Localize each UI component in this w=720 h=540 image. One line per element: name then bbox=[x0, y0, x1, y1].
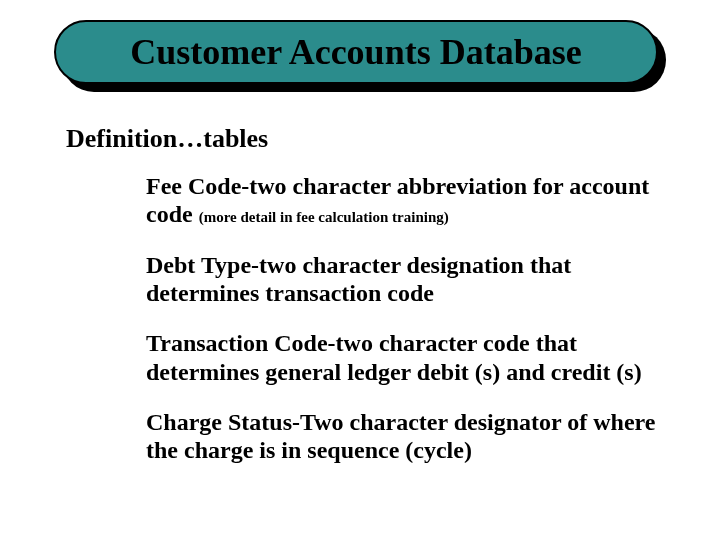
slide-title: Customer Accounts Database bbox=[130, 31, 581, 73]
item-charge-status: Charge Status-Two character designator o… bbox=[146, 408, 656, 465]
title-container: Customer Accounts Database bbox=[54, 20, 658, 84]
item-debt-type: Debt Type-two character designation that… bbox=[146, 251, 656, 308]
item-fee-code-note: (more detail in fee calculation training… bbox=[199, 209, 449, 225]
title-pill: Customer Accounts Database bbox=[54, 20, 658, 84]
body-content: Fee Code-two character abbreviation for … bbox=[146, 172, 656, 487]
item-fee-code: Fee Code-two character abbreviation for … bbox=[146, 172, 656, 229]
slide: Customer Accounts Database Definition…ta… bbox=[0, 0, 720, 540]
item-transaction-code: Transaction Code-two character code that… bbox=[146, 329, 656, 386]
subheading: Definition…tables bbox=[66, 124, 268, 154]
